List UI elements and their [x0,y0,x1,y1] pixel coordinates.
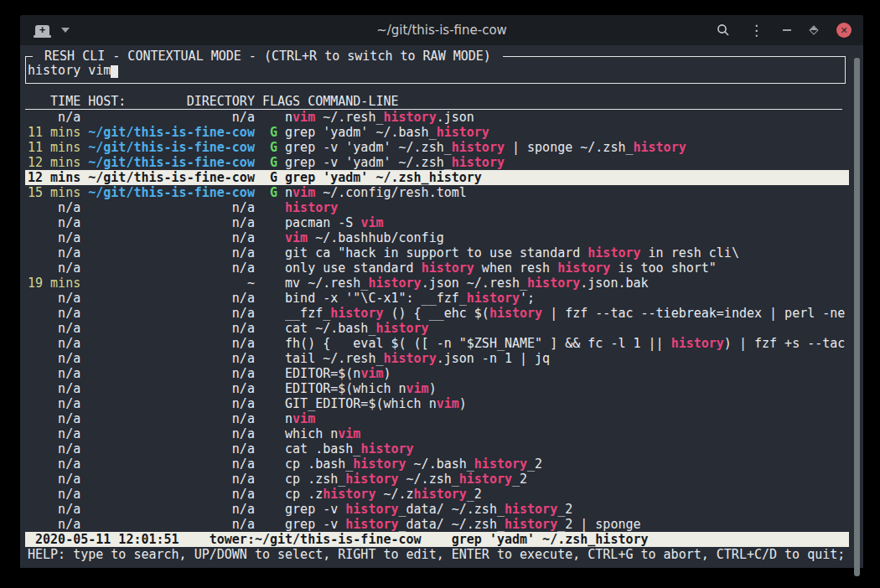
table-row[interactable]: n/a n/a EDITOR=$(which nvim) [20,381,863,396]
cmd-match: history [383,110,436,125]
row-time: n/a [28,487,80,502]
row-flag [270,487,277,502]
table-row[interactable]: n/a n/a bind -x '"\C-x1": __fzf_history'… [20,291,863,306]
table-row[interactable]: n/a n/a cat ~/.bash_history [20,321,863,336]
cmd-text: in resh cli\ [641,245,739,260]
menu-kebab-icon[interactable]: ⋮ [749,23,764,38]
cmd-match: history [414,487,467,502]
new-tab-icon[interactable]: + [35,25,49,36]
table-row[interactable]: n/a n/a cp .zsh_history ~/.zsh_history_2 [20,472,863,487]
scrollbar[interactable] [854,58,860,576]
cmd-match: vim [292,185,315,200]
table-row[interactable]: n/a n/a GIT_EDITOR=$(which nvim) [20,396,863,411]
table-row[interactable]: n/a n/a cat .bash_history [20,441,863,456]
table-row[interactable]: n/a n/a nvim ~/.resh_history.json [20,110,863,125]
cmd-text: _2 [557,502,572,517]
cmd-text: is too short" [610,260,716,276]
row-time: n/a [28,472,80,487]
cmd-match: vim [292,411,315,426]
cmd-text: pacman -S [285,215,360,230]
cmd-match: vim [360,366,383,381]
table-row[interactable]: n/a n/a tail ~/.resh_history.json -n 1 |… [20,351,863,366]
table-row[interactable]: 12 mins ~/git/this-is-fine-cow G grep 'y… [25,170,849,185]
row-time: 12 mins [28,170,80,185]
table-row[interactable]: n/a n/a pacman -S vim [20,215,863,230]
row-flag [270,306,277,321]
table-row[interactable]: n/a n/a nvim [20,411,863,426]
cmd-match: history [459,472,512,487]
table-row[interactable]: n/a n/a which nvim [20,426,863,441]
table-row[interactable]: 12 mins ~/git/this-is-fine-cow G grep -v… [20,155,863,170]
cmd-match: history [360,441,413,456]
row-time: n/a [28,411,80,426]
minimize-button[interactable] [783,29,791,31]
row-time: n/a [28,381,80,396]
row-flag [270,291,277,306]
row-time: n/a [28,517,80,532]
row-time: n/a [28,200,80,215]
row-directory: n/a [88,200,255,215]
row-directory: n/a [88,381,255,396]
row-time: n/a [28,456,80,472]
table-row[interactable]: n/a n/a grep -v history_data/ ~/.zsh_his… [20,502,863,517]
row-flag [270,351,277,366]
terminal-window: ~/git/this-is-fine-cow + ⋮ ✕ RESH CLI - … [20,15,863,568]
row-time: n/a [28,306,80,321]
row-time: n/a [28,245,80,260]
row-flag [270,396,277,411]
row-directory: n/a [88,517,255,532]
cmd-text: bind -x '"\C-x1": __fzf_ [285,291,467,306]
table-row[interactable]: 15 mins ~/git/this-is-fine-cow G nvim ~/… [20,185,863,200]
cmd-text: __fzf_ [285,306,330,321]
row-directory: n/a [88,215,255,230]
row-directory: ~/git/this-is-fine-cow [88,155,255,170]
table-row[interactable]: n/a n/a EDITOR=$(nvim) [20,366,863,381]
cmd-text: _data/ ~/.zsh_ [399,502,505,517]
row-flag [270,411,277,426]
row-directory: ~/git/this-is-fine-cow [88,185,255,200]
row-directory: n/a [88,321,255,336]
table-row[interactable]: n/a n/a git ca "hack in support to use s… [20,245,863,260]
maximize-button[interactable] [809,25,818,34]
row-flag: G [270,140,277,155]
cmd-text: when resh [474,260,557,276]
cmd-match: vim [406,381,429,396]
table-row[interactable]: 19 mins ~ mv ~/.resh_history.json ~/.res… [20,276,863,291]
history-rows: n/a n/a nvim ~/.resh_history.json11 mins… [20,110,863,532]
table-row[interactable]: n/a n/a vim ~/.bashhub/config [20,230,863,245]
status-time: 2020-05-11 12:01:51 [35,532,179,547]
chevron-down-icon[interactable] [61,28,70,33]
row-flag [270,200,277,215]
cmd-text: cp .zsh_ [285,472,345,487]
row-directory: n/a [88,336,255,351]
cmd-text: ) [383,366,391,381]
row-flag [270,502,277,517]
search-panel: RESH CLI - CONTEXTUAL MODE - (CTRL+R to … [25,56,846,84]
cmd-match: history [285,200,338,215]
table-row[interactable]: n/a n/a cp .bash_history ~/.bash_history… [20,456,863,472]
row-time: n/a [28,230,80,245]
row-directory: n/a [88,366,255,381]
close-button[interactable]: ✕ [836,23,852,38]
cmd-match: history [330,306,383,321]
table-row[interactable]: 11 mins ~/git/this-is-fine-cow G grep 'y… [20,125,863,140]
cmd-text: .json [437,110,474,125]
search-icon[interactable] [717,23,730,37]
row-time: 11 mins [28,125,80,140]
table-row[interactable]: n/a n/a cp .zhistory ~/.zhistory_2 [20,487,863,502]
table-row[interactable]: n/a n/a only use standard history when r… [20,260,863,276]
cmd-text: ~/.bashhub/config [308,230,444,245]
table-row[interactable]: n/a n/a __fzf_history () { __ehc $(histo… [20,306,863,321]
cmd-text: _data/ ~/.zsh_ [399,517,505,532]
cmd-match: history [375,321,428,336]
row-time: 15 mins [28,185,80,200]
row-time: n/a [28,366,80,381]
table-row[interactable]: n/a n/a history [20,200,863,215]
cmd-text: grep 'yadm' ~/.bash_ [285,125,437,140]
cmd-text: .json -n 1 | jq [437,351,550,366]
cmd-text: .json ~/.resh_ [422,276,527,291]
table-row[interactable]: 11 mins ~/git/this-is-fine-cow G grep -v… [20,140,863,155]
cmd-text: grep -v [285,517,345,532]
table-row[interactable]: n/a n/a grep -v history_data/ ~/.zsh_his… [20,517,863,532]
table-row[interactable]: n/a n/a fh() { eval $( ([ -n "$ZSH_NAME"… [20,336,863,351]
